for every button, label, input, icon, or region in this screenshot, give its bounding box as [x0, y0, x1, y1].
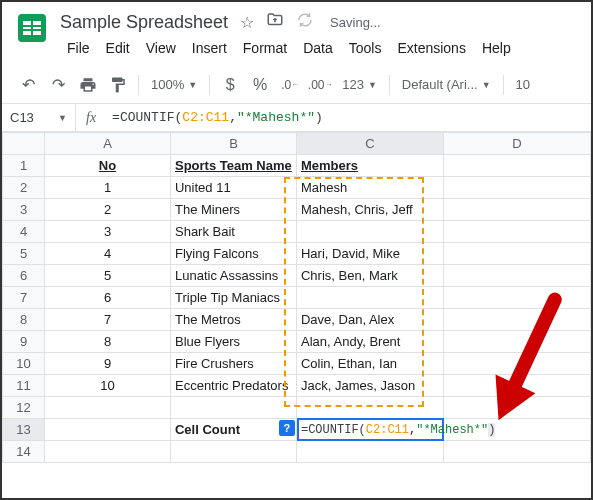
font-dropdown[interactable]: Default (Ari...▼	[396, 77, 497, 92]
cell-B9[interactable]: Blue Flyers	[170, 331, 296, 353]
menu-format[interactable]: Format	[236, 36, 294, 60]
cell-B4[interactable]: Shark Bait	[170, 221, 296, 243]
currency-button[interactable]: $	[216, 71, 244, 99]
cell-C5[interactable]: Hari, David, Mike	[296, 243, 443, 265]
cell-A1[interactable]: No	[45, 155, 171, 177]
row-header-12[interactable]: 12	[3, 397, 45, 419]
cell-D12[interactable]	[443, 397, 590, 419]
cell-D14[interactable]	[443, 441, 590, 463]
menu-view[interactable]: View	[139, 36, 183, 60]
cell-B1[interactable]: Sports Team Name	[170, 155, 296, 177]
cell-D5[interactable]	[443, 243, 590, 265]
cell-A6[interactable]: 5	[45, 265, 171, 287]
cell-D7[interactable]	[443, 287, 590, 309]
menu-tools[interactable]: Tools	[342, 36, 389, 60]
decrease-decimal-button[interactable]: .0←	[276, 71, 304, 99]
row-header-11[interactable]: 11	[3, 375, 45, 397]
menu-edit[interactable]: Edit	[99, 36, 137, 60]
cell-A3[interactable]: 2	[45, 199, 171, 221]
cell-C11[interactable]: Jack, James, Jason	[296, 375, 443, 397]
document-title[interactable]: Sample Spreadsheet	[60, 12, 228, 33]
cell-C10[interactable]: Colin, Ethan, Ian	[296, 353, 443, 375]
cell-D1[interactable]	[443, 155, 590, 177]
col-header-C[interactable]: C	[296, 133, 443, 155]
row-header-8[interactable]: 8	[3, 309, 45, 331]
cell-C2[interactable]: Mahesh	[296, 177, 443, 199]
cell-B12[interactable]	[170, 397, 296, 419]
menu-data[interactable]: Data	[296, 36, 340, 60]
cloud-sync-icon[interactable]	[296, 11, 314, 33]
name-box[interactable]: C13▼	[2, 104, 76, 131]
row-header-10[interactable]: 10	[3, 353, 45, 375]
cell-C9[interactable]: Alan, Andy, Brent	[296, 331, 443, 353]
redo-button[interactable]: ↷	[44, 71, 72, 99]
cell-D11[interactable]	[443, 375, 590, 397]
menu-insert[interactable]: Insert	[185, 36, 234, 60]
cell-D6[interactable]	[443, 265, 590, 287]
cell-A12[interactable]	[45, 397, 171, 419]
row-header-7[interactable]: 7	[3, 287, 45, 309]
cell-C4[interactable]	[296, 221, 443, 243]
row-header-14[interactable]: 14	[3, 441, 45, 463]
number-format-dropdown[interactable]: 123▼	[336, 77, 383, 92]
cell-C6[interactable]: Chris, Ben, Mark	[296, 265, 443, 287]
cell-C7[interactable]	[296, 287, 443, 309]
cell-B14[interactable]	[170, 441, 296, 463]
cell-A9[interactable]: 8	[45, 331, 171, 353]
cell-B5[interactable]: Flying Falcons	[170, 243, 296, 265]
undo-button[interactable]: ↶	[14, 71, 42, 99]
col-header-D[interactable]: D	[443, 133, 590, 155]
cell-D2[interactable]	[443, 177, 590, 199]
cell-A4[interactable]: 3	[45, 221, 171, 243]
row-header-1[interactable]: 1	[3, 155, 45, 177]
cell-A5[interactable]: 4	[45, 243, 171, 265]
cell-A7[interactable]: 6	[45, 287, 171, 309]
menu-help[interactable]: Help	[475, 36, 518, 60]
cell-B13[interactable]: Cell Count	[170, 419, 296, 441]
cell-C14[interactable]	[296, 441, 443, 463]
cell-B10[interactable]: Fire Crushers	[170, 353, 296, 375]
row-header-5[interactable]: 5	[3, 243, 45, 265]
cell-C3[interactable]: Mahesh, Chris, Jeff	[296, 199, 443, 221]
sheets-logo[interactable]	[14, 10, 50, 46]
cell-D9[interactable]	[443, 331, 590, 353]
cell-A8[interactable]: 7	[45, 309, 171, 331]
menu-extensions[interactable]: Extensions	[390, 36, 472, 60]
star-icon[interactable]: ☆	[240, 13, 254, 32]
percent-button[interactable]: %	[246, 71, 274, 99]
row-header-13[interactable]: 13	[3, 419, 45, 441]
cell-C1[interactable]: Members	[296, 155, 443, 177]
cell-D3[interactable]	[443, 199, 590, 221]
formula-help-icon[interactable]: ?	[279, 420, 295, 436]
row-header-4[interactable]: 4	[3, 221, 45, 243]
row-header-9[interactable]: 9	[3, 331, 45, 353]
cell-A13[interactable]	[45, 419, 171, 441]
cell-C12[interactable]	[296, 397, 443, 419]
cell-B3[interactable]: The Miners	[170, 199, 296, 221]
select-all-corner[interactable]	[3, 133, 45, 155]
cell-A10[interactable]: 9	[45, 353, 171, 375]
cell-C13[interactable]: ? =COUNTIF(C2:C11,"*Mahesh*")	[296, 419, 443, 441]
formula-input[interactable]: =COUNTIF(C2:C11,"*Mahesh*")	[106, 110, 591, 125]
font-size[interactable]: 10	[510, 77, 536, 92]
cell-D8[interactable]	[443, 309, 590, 331]
cell-B6[interactable]: Lunatic Assassins	[170, 265, 296, 287]
col-header-A[interactable]: A	[45, 133, 171, 155]
menu-file[interactable]: File	[60, 36, 97, 60]
zoom-dropdown[interactable]: 100%▼	[145, 77, 203, 92]
active-cell-editor[interactable]: =COUNTIF(C2:C11,"*Mahesh*")	[297, 418, 444, 441]
cell-D4[interactable]	[443, 221, 590, 243]
cell-D10[interactable]	[443, 353, 590, 375]
move-folder-icon[interactable]	[266, 11, 284, 33]
spreadsheet-grid[interactable]: A B C D 1 No Sports Team Name Members 21…	[2, 132, 591, 463]
increase-decimal-button[interactable]: .00→	[306, 71, 334, 99]
row-header-3[interactable]: 3	[3, 199, 45, 221]
print-button[interactable]	[74, 71, 102, 99]
cell-B8[interactable]: The Metros	[170, 309, 296, 331]
cell-A2[interactable]: 1	[45, 177, 171, 199]
paint-format-button[interactable]	[104, 71, 132, 99]
row-header-2[interactable]: 2	[3, 177, 45, 199]
col-header-B[interactable]: B	[170, 133, 296, 155]
cell-A11[interactable]: 10	[45, 375, 171, 397]
cell-C8[interactable]: Dave, Dan, Alex	[296, 309, 443, 331]
